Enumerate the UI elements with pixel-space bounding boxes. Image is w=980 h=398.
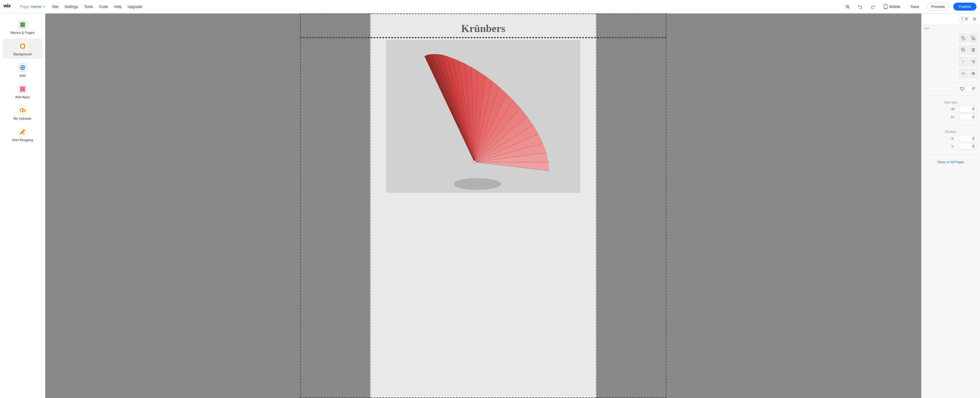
width-input[interactable] [959, 106, 977, 112]
add-label: Add [19, 74, 25, 77]
zoom-button[interactable] [843, 3, 852, 10]
sidebar-item-menus-pages[interactable]: Menus & Pages [2, 17, 43, 37]
svg-rect-16 [21, 90, 22, 91]
canvas-area[interactable]: Krünbers Manufacturing Chill Pill [45, 14, 921, 398]
svg-text:wix: wix [3, 3, 11, 8]
canvas-background: Krünbers Manufacturing Chill Pill [45, 14, 921, 398]
main-layout: Menus & Pages Background Add [0, 14, 980, 398]
redo-button[interactable] [869, 3, 877, 10]
svg-point-53 [966, 19, 967, 20]
sidebar-item-background[interactable]: Background [2, 38, 43, 59]
distribute-icon[interactable] [959, 69, 968, 78]
svg-rect-57 [963, 38, 965, 40]
brand-text: Krünbers [461, 22, 505, 35]
height-input[interactable] [959, 114, 977, 120]
copy-style-icon[interactable] [959, 34, 968, 43]
paste-style-icon[interactable] [969, 34, 978, 43]
action-row-3 [924, 56, 978, 67]
right-panel-header: ? [921, 14, 980, 25]
height-label: H: [951, 115, 956, 119]
nav-settings[interactable]: Settings [64, 5, 78, 9]
mobile-button[interactable]: Mobile [881, 3, 903, 10]
duplicate-icon[interactable] [959, 46, 968, 54]
page-indicator[interactable]: Page: Home ▾ [20, 5, 45, 9]
svg-rect-15 [23, 87, 24, 89]
my-uploads-icon [18, 106, 27, 115]
align-right-icon[interactable] [969, 57, 978, 66]
y-input[interactable] [959, 143, 977, 150]
panel-title: Can [921, 25, 980, 30]
svg-rect-14 [21, 87, 22, 89]
sidebar: Menus & Pages Background Add [0, 14, 45, 398]
panel-close-button[interactable] [972, 16, 977, 22]
svg-point-48 [967, 18, 968, 18]
topbar: wix Page: Home ▾ Site Settings Tools Cod… [0, 0, 980, 14]
rotate-row [924, 85, 978, 92]
page-label: Page: [20, 5, 30, 9]
show-all-pages-button[interactable]: Show on All Pages [924, 158, 978, 166]
center-icon[interactable] [969, 69, 978, 78]
size-section: Size (px) W: H: [924, 99, 978, 122]
fan-image [386, 40, 580, 193]
svg-point-50 [966, 19, 967, 19]
chevron-down-icon: ▾ [43, 5, 45, 8]
y-label: Y: [951, 145, 956, 148]
action-row-1 [924, 33, 978, 43]
position-fields: X: Y: [925, 135, 977, 150]
svg-rect-7 [21, 22, 25, 24]
menus-pages-label: Menus & Pages [11, 31, 34, 34]
action-row-2 [924, 45, 978, 55]
size-fields: W: H: [925, 106, 977, 120]
menus-pages-icon [18, 20, 27, 29]
nav-upgrade[interactable]: Upgrade [127, 5, 142, 9]
my-uploads-label: My Uploads [14, 117, 32, 120]
sidebar-item-add[interactable]: Add [2, 60, 43, 80]
top-right-actions: Mobile Save Preview Publish [843, 3, 977, 11]
x-input[interactable] [959, 135, 977, 142]
action-row-4 [924, 68, 978, 79]
page-frame: Krünbers Manufacturing Chill Pill [370, 14, 597, 398]
publish-button[interactable]: Publish [953, 3, 977, 11]
svg-rect-61 [963, 49, 965, 52]
size-label: Size (px) [925, 100, 977, 104]
preview-button[interactable]: Preview [927, 3, 949, 11]
svg-point-54 [967, 19, 968, 20]
help-icon[interactable]: ? [959, 16, 965, 22]
right-panel: ? Can [921, 14, 980, 398]
save-button[interactable]: Save [907, 3, 923, 10]
svg-point-44 [473, 161, 476, 164]
sidebar-item-start-blogging[interactable]: Start Blogging [2, 124, 43, 145]
nav-tools[interactable]: Tools [84, 5, 93, 9]
align-left-icon[interactable] [959, 57, 968, 66]
y-field-row: Y: [925, 143, 977, 150]
svg-line-2 [849, 8, 850, 9]
divider-3 [924, 125, 978, 125]
svg-rect-9 [21, 26, 25, 27]
nav-code[interactable]: Code [99, 5, 108, 9]
sidebar-item-add-apps[interactable]: Add Apps [2, 81, 43, 102]
svg-point-51 [967, 19, 968, 19]
divider-2 [924, 96, 978, 96]
background-icon [18, 41, 27, 51]
start-blogging-icon [18, 127, 27, 137]
x-field-row: X: [925, 135, 977, 142]
x-label: X: [951, 137, 956, 140]
position-label: Position [925, 130, 977, 134]
sidebar-item-my-uploads[interactable]: My Uploads [2, 103, 43, 123]
svg-rect-17 [23, 90, 24, 91]
top-nav: Site Settings Tools Code Help Upgrade [52, 5, 142, 9]
svg-point-47 [966, 18, 967, 18]
nav-site[interactable]: Site [52, 5, 59, 9]
undo-button[interactable] [856, 3, 864, 10]
nav-help[interactable]: Help [114, 5, 122, 9]
rotate-input[interactable] [966, 86, 978, 92]
add-icon [18, 63, 27, 72]
svg-rect-8 [21, 24, 25, 25]
divider-1 [924, 82, 978, 82]
delete-icon[interactable] [969, 46, 978, 54]
position-section: Position X: Y: [924, 128, 978, 151]
background-label: Background [14, 53, 32, 56]
rotate-icon [960, 86, 964, 91]
height-field-row: H: [925, 114, 977, 120]
page-name: Home [31, 5, 41, 9]
